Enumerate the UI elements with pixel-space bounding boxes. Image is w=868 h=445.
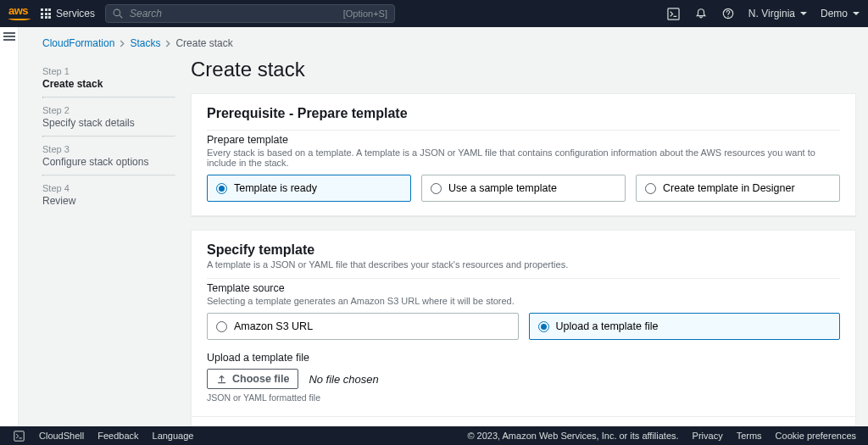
search-icon — [113, 8, 123, 19]
svg-rect-2 — [668, 8, 679, 19]
breadcrumb-current: Create stack — [175, 37, 232, 49]
radio-sample-template[interactable]: Use a sample template — [421, 175, 626, 202]
svg-point-0 — [114, 9, 120, 16]
aws-logo[interactable]: aws — [8, 7, 31, 19]
radio-dot-icon — [538, 321, 549, 332]
radio-upload-file[interactable]: Upload a template file — [529, 313, 841, 340]
specify-heading: Specify template — [207, 242, 840, 258]
template-source-desc: Selecting a template generates an Amazon… — [207, 296, 840, 306]
search-shortcut: [Option+S] — [343, 8, 387, 19]
page-title: Create stack — [191, 58, 856, 81]
step-4[interactable]: Step 4 Review — [42, 176, 175, 214]
services-menu[interactable]: Services — [41, 8, 95, 19]
breadcrumb-stacks[interactable]: Stacks — [130, 37, 160, 49]
file-status: No file chosen — [309, 373, 378, 386]
choose-file-button[interactable]: Choose file — [207, 369, 298, 389]
wizard-steps: Step 1 Create stack Step 2 Specify stack… — [42, 53, 182, 426]
step-3[interactable]: Step 3 Configure stack options — [42, 137, 175, 175]
prepare-template-desc: Every stack is based on a template. A te… — [207, 147, 840, 168]
prereq-heading: Prerequisite - Prepare template — [207, 106, 840, 121]
step-1[interactable]: Step 1 Create stack — [42, 59, 175, 97]
side-rail — [0, 27, 19, 426]
svg-rect-4 — [14, 431, 23, 440]
chevron-right-icon — [120, 40, 125, 47]
step-2[interactable]: Step 2 Specify stack details — [42, 98, 175, 136]
search-input[interactable]: Search [Option+S] — [105, 4, 395, 23]
cookies-link[interactable]: Cookie preferences — [776, 431, 856, 441]
caret-down-icon — [800, 12, 807, 15]
radio-dot-icon — [216, 321, 227, 332]
notifications-icon[interactable] — [694, 7, 708, 20]
cloudshell-icon[interactable] — [667, 7, 681, 20]
apps-icon — [41, 8, 51, 19]
radio-dot-icon — [216, 183, 227, 194]
svg-line-1 — [120, 15, 122, 18]
help-icon[interactable] — [721, 7, 735, 20]
specify-template-panel: Specify template A template is a JSON or… — [191, 230, 856, 426]
cloudshell-link[interactable]: CloudShell — [39, 431, 84, 441]
region-selector[interactable]: N. Virginia — [748, 8, 807, 19]
search-placeholder: Search — [130, 8, 162, 19]
cloudshell-footer-icon[interactable] — [12, 429, 25, 442]
radio-designer[interactable]: Create template in Designer — [636, 175, 840, 202]
account-menu[interactable]: Demo — [821, 8, 860, 19]
footer: CloudShell Feedback Language © 2023, Ama… — [0, 426, 868, 445]
chevron-right-icon — [165, 40, 170, 47]
radio-dot-icon — [645, 183, 656, 194]
upload-label: Upload a template file — [207, 352, 840, 364]
radio-template-ready[interactable]: Template is ready — [207, 175, 411, 202]
specify-subdesc: A template is a JSON or YAML file that d… — [207, 259, 840, 270]
radio-s3-url[interactable]: Amazon S3 URL — [207, 313, 519, 340]
feedback-link[interactable]: Feedback — [97, 431, 138, 441]
prerequisite-panel: Prerequisite - Prepare template Prepare … — [191, 93, 856, 216]
privacy-link[interactable]: Privacy — [693, 431, 723, 441]
radio-dot-icon — [431, 183, 442, 194]
top-nav: aws Services Search [Option+S] N. Virgin… — [0, 0, 868, 27]
hamburger-icon[interactable] — [3, 32, 15, 426]
caret-down-icon — [853, 12, 860, 15]
template-source-label: Template source — [207, 282, 840, 294]
services-label: Services — [56, 8, 95, 19]
terms-link[interactable]: Terms — [737, 431, 762, 441]
copyright: © 2023, Amazon Web Services, Inc. or its… — [467, 431, 678, 441]
upload-icon — [216, 374, 227, 385]
file-format-note: JSON or YAML formatted file — [207, 392, 840, 403]
language-link[interactable]: Language — [153, 431, 194, 441]
breadcrumb-root[interactable]: CloudFormation — [42, 37, 114, 49]
breadcrumb: CloudFormation Stacks Create stack — [19, 27, 868, 53]
prepare-template-label: Prepare template — [207, 134, 840, 146]
